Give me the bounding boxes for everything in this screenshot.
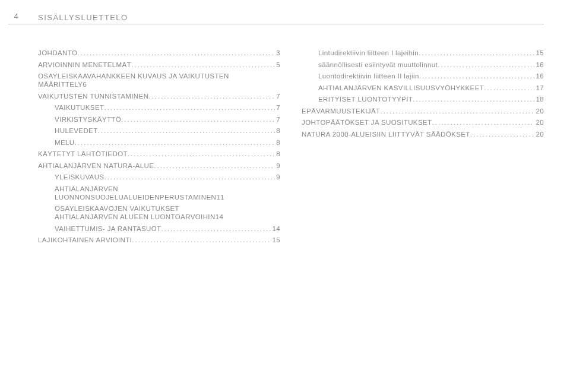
toc-entry-label: LAJIKOHTAINEN ARVIOINTI (38, 236, 132, 244)
toc-entry-label: AHTIALANJÄRVEN NATURA-ALUE (38, 162, 154, 169)
toc-leader-dots (132, 236, 271, 244)
toc-entry: LAJIKOHTAINEN ARVIOINTI15 (38, 236, 280, 244)
toc-entry-label: AHTIALANJÄRVEN (55, 185, 280, 192)
toc-entry-label: ARVIOINNIN MENETELMÄT (38, 61, 131, 68)
toc-entry-page: 8 (275, 150, 280, 157)
toc-entry: YLEISKUVAUS9 (38, 173, 280, 181)
toc-leader-dots (419, 72, 535, 80)
toc-entry-page: 3 (275, 49, 280, 56)
toc-entry-page: 8 (275, 139, 280, 146)
toc-leader-dots (432, 119, 535, 126)
toc-leader-dots (162, 225, 271, 232)
toc-entry: Lintudirektiivin liitteen I lajeihin15 (302, 49, 544, 56)
toc-entry: säännöllisesti esiintyvät muuttolinnut16 (302, 61, 544, 68)
page: 4 SISÄLLYSLUETTELO JOHDANTO3ARVIOINNIN M… (0, 0, 570, 392)
toc-entry-label: OSAYLEISKAAVAHANKKEEN KUVAUS JA VAIKUTUS… (38, 72, 280, 80)
toc-entry-label: NATURA 2000-ALUEISIIN LIITTYVÄT SÄÄDÖKSE… (302, 131, 470, 138)
toc-entry: VAIKUTUKSET7 (38, 104, 280, 111)
toc-entry-label: HULEVEDET (55, 127, 98, 134)
toc-entry-label: säännöllisesti esiintyvät muuttolinnut (318, 61, 438, 68)
toc-entry-label: KÄYTETYT LÄHTÖTIEDOT (38, 150, 128, 157)
toc-entry-label: YLEISKUVAUS (55, 173, 104, 181)
toc-leader-dots (121, 116, 275, 123)
toc-entry-label: LUONNONSUOJELUALUEIDENPERUSTAMINEN (55, 194, 216, 201)
toc-entry-page: 11 (216, 194, 224, 201)
toc-entry: VAIHETTUMIS- JA RANTASUOT14 (38, 225, 280, 232)
toc-entry-label: Luontodirektiivin liitteen II lajiin (318, 72, 419, 80)
toc-entry: AHTIALANJÄRVEN NATURA-ALUE9 (38, 162, 280, 169)
page-number: 4 (8, 12, 24, 21)
toc-entry-label: VAIHETTUMIS- JA RANTASUOT (55, 225, 162, 232)
toc-entry: Luontodirektiivin liitteen II lajiin16 (302, 72, 544, 80)
toc-leader-dots (128, 150, 275, 157)
toc-entry-page: 16 (534, 72, 544, 80)
toc-entry-page: 15 (534, 49, 544, 56)
toc-entry-label: VIRKISTYSKÄYTTÖ (55, 116, 121, 123)
toc-entry: JOHTOPÄÄTÖKSET JA SUOSITUKSET20 (302, 119, 544, 126)
toc-entry-label: ERITYISET LUONTOTYYPIT (318, 96, 413, 103)
toc-entry-label: JOHDANTO (38, 49, 77, 56)
toc-entry: VAIKUTUSTEN TUNNISTAMINEN7 (38, 93, 280, 100)
toc-leader-dots (470, 131, 535, 138)
toc-left-column: JOHDANTO3ARVIOINNIN MENETELMÄT5OSAYLEISK… (38, 49, 280, 248)
toc-leader-dots (98, 127, 276, 134)
toc-right-column: Lintudirektiivin liitteen I lajeihin15sä… (302, 49, 544, 248)
toc-entry: AHTIALANJÄRVENLUONNONSUOJELUALUEIDENPERU… (38, 185, 280, 201)
toc-leader-dots (154, 162, 275, 169)
toc-entry-page: 18 (534, 96, 544, 103)
toc-entry-label: AHTIALANJÄRVEN ALUEEN LUONTOARVOIHIN (55, 213, 216, 220)
toc-entry-label: VAIKUTUSTEN TUNNISTAMINEN (38, 93, 148, 100)
toc-leader-dots (438, 61, 534, 68)
toc-entry-page: 6 (83, 81, 87, 88)
toc-leader-dots (104, 173, 275, 181)
toc-entry-page: 20 (534, 108, 544, 115)
toc-entry-label: AHTIALANJÄRVEN KASVILLISUUSVYÖHYKKEET (318, 84, 484, 91)
header-divider (8, 24, 544, 24)
toc-entry-row: AHTIALANJÄRVEN ALUEEN LUONTOARVOIHIN14 (55, 213, 280, 220)
toc-leader-dots (75, 139, 276, 146)
toc-entry: JOHDANTO3 (38, 49, 280, 56)
toc-entry: VIRKISTYSKÄYTTÖ7 (38, 116, 280, 123)
toc-leader-dots (77, 49, 275, 56)
toc-entry: MELU8 (38, 139, 280, 146)
toc-entry: EPÄVARMUUSTEKIJÄT20 (302, 108, 544, 115)
toc-entry-page: 7 (275, 104, 280, 111)
toc-entry: OSAYLEISKAAVAHANKKEEN KUVAUS JA VAIKUTUS… (38, 72, 280, 88)
toc-entry: HULEVEDET8 (38, 127, 280, 134)
toc-entry-label: EPÄVARMUUSTEKIJÄT (302, 108, 380, 115)
toc-entry: ARVIOINNIN MENETELMÄT5 (38, 61, 280, 68)
toc-leader-dots (104, 104, 275, 111)
toc-entry-row: MÄÄRITTELY6 (38, 81, 280, 88)
toc-entry-label: Lintudirektiivin liitteen I lajeihin (318, 49, 419, 56)
toc-entry-page: 15 (271, 236, 280, 244)
toc-entry-page: 9 (275, 162, 280, 169)
toc-entry-label: VAIKUTUKSET (55, 104, 104, 111)
toc-entry-label: JOHTOPÄÄTÖKSET JA SUOSITUKSET (302, 119, 432, 126)
toc-entry-label: OSAYLEISKAAVOJEN VAIKUTUKSET (55, 205, 280, 212)
toc-leader-dots (419, 49, 534, 56)
toc-entry-row: LUONNONSUOJELUALUEIDENPERUSTAMINEN11 (55, 194, 280, 201)
toc-entry-page: 20 (534, 131, 544, 138)
toc-entry: AHTIALANJÄRVEN KASVILLISUUSVYÖHYKKEET17 (302, 84, 544, 91)
toc-entry-page: 9 (275, 173, 280, 181)
toc-leader-dots (131, 61, 275, 68)
toc-entry-page: 14 (271, 225, 280, 232)
toc-entry-label: MÄÄRITTELY (38, 81, 83, 88)
toc-entry-page: 7 (275, 93, 280, 100)
toc-entry-page: 16 (534, 61, 544, 68)
toc-leader-dots (380, 108, 534, 115)
toc-leader-dots (413, 96, 534, 103)
toc-entry-page: 7 (275, 116, 280, 123)
toc-columns: JOHDANTO3ARVIOINNIN MENETELMÄT5OSAYLEISK… (38, 49, 544, 248)
toc-entry-label: MELU (55, 139, 75, 146)
toc-entry-page: 20 (534, 119, 544, 126)
toc-entry: KÄYTETYT LÄHTÖTIEDOT8 (38, 150, 280, 157)
toc-entry-page: 17 (534, 84, 544, 91)
toc-entry: OSAYLEISKAAVOJEN VAIKUTUKSETAHTIALANJÄRV… (38, 205, 280, 220)
page-title: SISÄLLYSLUETTELO (38, 13, 544, 22)
toc-entry: ERITYISET LUONTOTYYPIT18 (302, 96, 544, 103)
toc-leader-dots (484, 84, 534, 91)
toc-leader-dots (148, 93, 275, 100)
toc-entry-page: 5 (275, 61, 280, 68)
toc-entry: NATURA 2000-ALUEISIIN LIITTYVÄT SÄÄDÖKSE… (302, 131, 544, 138)
